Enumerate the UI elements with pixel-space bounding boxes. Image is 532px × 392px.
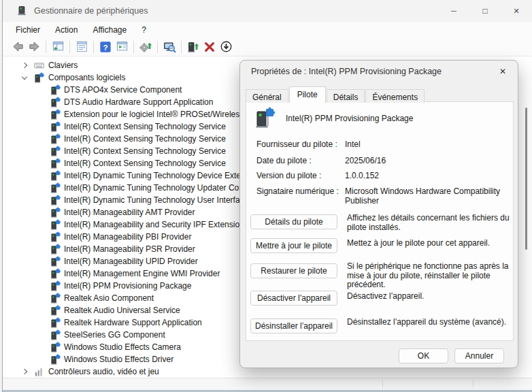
software-icon [50, 182, 61, 193]
chevron-right-icon[interactable] [22, 369, 27, 374]
cancel-button[interactable]: Annuler [454, 348, 504, 363]
tab-pilote[interactable]: Pilote [289, 86, 326, 103]
toolbar: ? [3, 37, 532, 56]
software-icon [50, 207, 61, 218]
svg-text:?: ? [103, 42, 107, 51]
field-value-fournisseur: Intel [345, 140, 507, 149]
menu-action[interactable]: Action [48, 23, 85, 37]
forward-icon [28, 40, 41, 53]
audio-icon [34, 366, 44, 377]
driver-details-description: Affichez les détails concernant les fich… [347, 214, 510, 232]
software-icon [50, 280, 61, 291]
tree-item-label: Intel(R) Manageability PSR Provider [64, 244, 195, 254]
tree-item-label: Intel(R) Dynamic Tuning Technology User … [64, 195, 244, 205]
update-driver-dialog-button[interactable]: Mettre à jour le pilote [250, 238, 337, 253]
software-icon [50, 170, 61, 181]
software-icon [50, 317, 61, 328]
software-icon [50, 219, 61, 230]
field-label-signataire: Signataire numérique : [256, 186, 339, 196]
tree-item-label: DTS APO4x Service Component [64, 85, 182, 95]
menu-affichage[interactable]: Affichage [85, 23, 134, 37]
device-manager-window: Gestionnaire de périphériques ─ □ ✕ Fich… [0, 0, 532, 392]
field-value-date: 2025/06/16 [345, 156, 507, 165]
tree-item-label: Windows Studio Effects Camera [64, 342, 181, 352]
field-label-fournisseur: Fournisseur du pilote : [256, 140, 337, 149]
window-title: Gestionnaire de périphériques [34, 6, 148, 16]
toolbar-separator [69, 41, 70, 53]
field-label-version: Version du pilote : [256, 171, 321, 180]
software-icon [50, 158, 61, 169]
dialog-close-icon[interactable]: ✕ [497, 65, 509, 78]
uninstall-icon [203, 41, 216, 53]
minimize-button[interactable]: ─ [438, 0, 469, 22]
rollback-driver-button[interactable]: Restaurer le pilote [250, 263, 337, 278]
tree-item-label: Claviers [48, 61, 78, 70]
tree-item-label: Intel(R) Manageability UPID Provider [64, 257, 198, 266]
toolbar-separator [181, 41, 182, 53]
field-value-signataire: Microsoft Windows Hardware Compatibility… [345, 186, 507, 206]
scan-hardware-changes-button[interactable] [161, 39, 178, 55]
properties-button[interactable] [73, 39, 90, 55]
update-driver-icon [139, 40, 152, 54]
menu-fichier[interactable]: Fichier [8, 23, 48, 37]
device-name: Intel(R) PPM Provisioning Package [286, 114, 413, 123]
software-icon [50, 133, 61, 144]
uninstall-device-description: Désinstallez l’appareil du système (avan… [347, 318, 510, 327]
update-driver-button[interactable] [137, 39, 154, 55]
ok-button[interactable]: OK [399, 348, 448, 363]
tree-item-label: DTS Audio Hardware Support Application [64, 97, 213, 107]
software-icon [50, 342, 61, 353]
chevron-right-icon[interactable] [22, 63, 27, 68]
driver-tab-page: Intel(R) PPM Provisioning Package Fourni… [246, 101, 514, 341]
tree-item-label: Intel(R) Dynamic Tuning Technology Devic… [64, 171, 246, 180]
software-icon [50, 97, 61, 108]
tree-item-label: Intel(R) PPM Provisioning Package [64, 281, 191, 291]
software-icon [50, 305, 61, 316]
status-separator [473, 380, 473, 389]
tree-scrollbar[interactable] [525, 108, 527, 250]
menu-help[interactable]: ? [134, 23, 154, 37]
uninstall-device-button[interactable] [201, 39, 218, 55]
toolbar-separator [93, 41, 94, 53]
uninstall-device-dialog-button[interactable]: Désinstaller l’appareil [250, 318, 337, 333]
field-value-version: 1.0.0.152 [345, 171, 507, 180]
show-action-pane-button[interactable] [114, 39, 130, 55]
toolbar-separator [157, 41, 158, 53]
tree-item-label: Contrôleurs audio, vidéo et jeu [48, 367, 159, 376]
software-icon [50, 109, 61, 120]
toolbar-separator [46, 41, 46, 53]
back-button[interactable] [10, 39, 26, 55]
tree-item-label: Intel(R) Context Sensing Technology Serv… [64, 159, 226, 168]
software-icon [50, 268, 61, 279]
tab-general[interactable]: Général [246, 89, 288, 103]
driver-details-button[interactable]: Détails du pilote [250, 214, 337, 229]
forward-button[interactable] [26, 39, 42, 55]
add-driver-icon [186, 40, 200, 54]
console-tree-icon [52, 40, 65, 53]
disable-device-button[interactable] [218, 39, 234, 55]
close-button[interactable]: ✕ [501, 0, 532, 22]
software-icon [50, 121, 61, 132]
software-icon [50, 244, 61, 255]
tree-item-label: Intel(R) Manageability and Security IPF … [64, 220, 244, 229]
tab-details[interactable]: Détails [327, 89, 365, 103]
status-separator [382, 380, 383, 389]
title-bar: Gestionnaire de périphériques ─ □ ✕ [3, 0, 532, 22]
tab-evenements[interactable]: Événements [365, 89, 425, 103]
rollback-driver-description: Si le périphérique ne fonctionne pas apr… [347, 262, 510, 290]
add-driver-button[interactable] [185, 39, 201, 55]
software-icon [34, 72, 44, 83]
software-icon [50, 195, 61, 206]
chevron-down-icon[interactable] [22, 74, 27, 79]
maximize-button[interactable]: □ [469, 0, 501, 22]
device-manager-icon [16, 5, 27, 16]
help-button[interactable]: ? [97, 39, 114, 55]
tree-item-label: SteelSeries GG Component [64, 330, 165, 340]
tree-item-label: Realtek Hardware Support Application [64, 318, 202, 327]
field-label-date: Date du pilote : [256, 156, 312, 165]
software-icon [50, 293, 61, 304]
show-console-tree-button[interactable] [50, 39, 66, 55]
disable-device-dialog-button[interactable]: Désactiver l’appareil [250, 291, 337, 306]
software-icon [50, 329, 61, 340]
keyboard-icon [34, 60, 44, 71]
